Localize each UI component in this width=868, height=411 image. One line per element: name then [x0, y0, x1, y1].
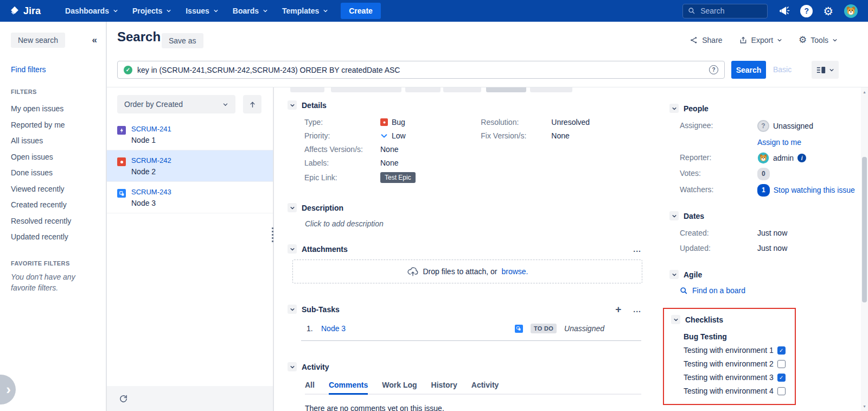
- checkbox[interactable]: ✓: [777, 374, 786, 382]
- created-row: Created: Just now: [680, 227, 863, 239]
- collapse-details-icon[interactable]: [288, 100, 297, 110]
- tab-history[interactable]: History: [431, 381, 457, 395]
- nav-issues[interactable]: Issues: [180, 3, 225, 18]
- detail-view-icon: [816, 66, 826, 74]
- nav-boards[interactable]: Boards: [227, 3, 274, 18]
- global-search-input[interactable]: Search: [682, 4, 768, 18]
- priority-value[interactable]: Low: [380, 131, 406, 140]
- user-avatar[interactable]: [844, 4, 858, 18]
- assign-to-me-link[interactable]: Assign to me: [757, 137, 861, 148]
- sidebar-item-reported-by-me[interactable]: Reported by me: [11, 117, 106, 134]
- affects-version-value: None: [380, 145, 398, 154]
- sidebar-item-updated-recently[interactable]: Updated recently: [11, 229, 106, 245]
- collapse-people-icon[interactable]: [669, 104, 679, 113]
- refresh-icon[interactable]: [119, 394, 128, 403]
- announcements-icon[interactable]: [778, 5, 790, 17]
- sidebar-item-all-issues[interactable]: All issues: [11, 133, 106, 149]
- jql-query-input[interactable]: ✓ key in (SCRUM-241,SCRUM-242,SCRUM-243)…: [117, 61, 725, 79]
- scroll-down-icon[interactable]: ▼: [861, 404, 868, 408]
- settings-gear-icon[interactable]: ⚙: [823, 5, 833, 17]
- tab-activity[interactable]: Activity: [471, 381, 499, 395]
- sidebar-item-open-issues[interactable]: Open issues: [11, 149, 106, 166]
- tools-button[interactable]: ⚙ Tools: [799, 35, 838, 45]
- toolbar-stub: [405, 87, 441, 92]
- collapse-activity-icon[interactable]: [288, 362, 297, 371]
- bug-icon: [380, 118, 388, 126]
- attachments-dropzone[interactable]: Drop files to attach, or browse.: [292, 260, 642, 283]
- subtasks-more-icon[interactable]: ...: [633, 305, 641, 314]
- tab-comments[interactable]: Comments: [329, 381, 368, 395]
- resolution-label: Resolution:: [481, 118, 551, 127]
- type-value[interactable]: Bug: [380, 118, 405, 127]
- checkbox[interactable]: ✓: [777, 346, 786, 355]
- subtask-link[interactable]: Node 3: [321, 324, 346, 333]
- info-icon[interactable]: i: [797, 154, 806, 162]
- attachments-more-icon[interactable]: ...: [633, 245, 641, 254]
- subtasks-section-header: Sub-Tasks + ...: [288, 304, 641, 314]
- type-label: Type:: [304, 118, 380, 127]
- toolbar-stub: [530, 87, 572, 92]
- sort-direction-button[interactable]: [243, 95, 261, 113]
- browse-link[interactable]: browse.: [501, 267, 528, 276]
- checkbox[interactable]: ✓: [777, 360, 786, 368]
- subtask-status-badge[interactable]: TO DO: [531, 324, 557, 333]
- new-search-button[interactable]: New search: [11, 33, 65, 48]
- tab-work-log[interactable]: Work Log: [382, 381, 417, 395]
- watchers-row: Watchers: 1 Stop watching this issue: [680, 184, 863, 197]
- tab-all[interactable]: All: [305, 381, 315, 395]
- collapse-description-icon[interactable]: [288, 203, 297, 212]
- collapse-dates-icon[interactable]: [669, 211, 679, 220]
- issue-card-scrum-243[interactable]: SCRUM-243 Node 3: [107, 182, 273, 213]
- basic-mode-link[interactable]: Basic: [773, 65, 792, 74]
- reporter-value[interactable]: admin: [773, 153, 794, 164]
- checkbox[interactable]: ✓: [777, 387, 786, 395]
- epic-link-badge[interactable]: Test Epic: [380, 172, 416, 183]
- find-on-board-link[interactable]: Find on a board: [680, 286, 863, 295]
- collapse-agile-icon[interactable]: [669, 270, 679, 279]
- save-as-button[interactable]: Save as: [162, 33, 203, 48]
- votes-badge[interactable]: 0: [757, 168, 770, 180]
- collapse-sidebar-icon[interactable]: «: [92, 35, 97, 46]
- export-button[interactable]: Export: [739, 35, 782, 45]
- sidebar-item-done-issues[interactable]: Done issues: [11, 165, 106, 181]
- collapse-subtasks-icon[interactable]: [288, 305, 297, 314]
- filters-sidebar: New search « Find filters FILTERS My ope…: [0, 22, 107, 411]
- updated-value: Just now: [757, 243, 861, 254]
- vertical-scrollbar[interactable]: ▲ ▼: [861, 87, 868, 411]
- sidebar-item-resolved-recently[interactable]: Resolved recently: [11, 213, 106, 230]
- nav-templates[interactable]: Templates: [276, 3, 334, 18]
- create-button[interactable]: Create: [341, 3, 381, 19]
- nav-dashboards[interactable]: Dashboards: [59, 3, 124, 18]
- page-title: Search: [117, 29, 161, 45]
- jira-logo[interactable]: Jira: [9, 5, 41, 17]
- issue-card-scrum-241[interactable]: SCRUM-241 Node 1: [107, 119, 273, 150]
- issue-card-scrum-242[interactable]: SCRUM-242 Node 2: [107, 150, 273, 182]
- order-by-dropdown[interactable]: Order by Created: [117, 95, 235, 113]
- panel-resize-handle[interactable]: [272, 227, 273, 242]
- updated-label: Updated:: [680, 243, 757, 254]
- view-layout-toggle[interactable]: [812, 61, 839, 79]
- collapse-attachments-icon[interactable]: [288, 244, 297, 254]
- sidebar-item-created-recently[interactable]: Created recently: [11, 197, 106, 213]
- add-subtask-icon[interactable]: +: [615, 304, 621, 314]
- description-placeholder[interactable]: Click to add description: [305, 219, 641, 228]
- jql-help-icon[interactable]: ?: [709, 65, 718, 74]
- watchers-label: Watchers:: [680, 184, 757, 197]
- share-button[interactable]: Share: [690, 35, 722, 45]
- stop-watching-link[interactable]: Stop watching this issue: [774, 185, 855, 196]
- watchers-badge[interactable]: 1: [757, 184, 770, 197]
- search-icon: [688, 7, 695, 15]
- find-filters-link[interactable]: Find filters: [11, 65, 106, 74]
- sidebar-item-my-open-issues[interactable]: My open issues: [11, 101, 106, 117]
- checklist-item-label: Testing with environment 2: [684, 360, 774, 368]
- chevron-down-icon: [777, 37, 782, 43]
- scroll-up-icon[interactable]: ▲: [861, 90, 868, 94]
- scrollbar-thumb[interactable]: [862, 157, 867, 302]
- nav-projects[interactable]: Projects: [126, 3, 177, 18]
- help-icon[interactable]: ?: [800, 5, 813, 17]
- unassigned-avatar-icon: ?: [757, 120, 769, 132]
- collapse-checklists-icon[interactable]: [671, 315, 680, 324]
- assignee-value[interactable]: Unassigned: [773, 121, 813, 132]
- search-button[interactable]: Search: [731, 61, 766, 79]
- sidebar-item-viewed-recently[interactable]: Viewed recently: [11, 181, 106, 198]
